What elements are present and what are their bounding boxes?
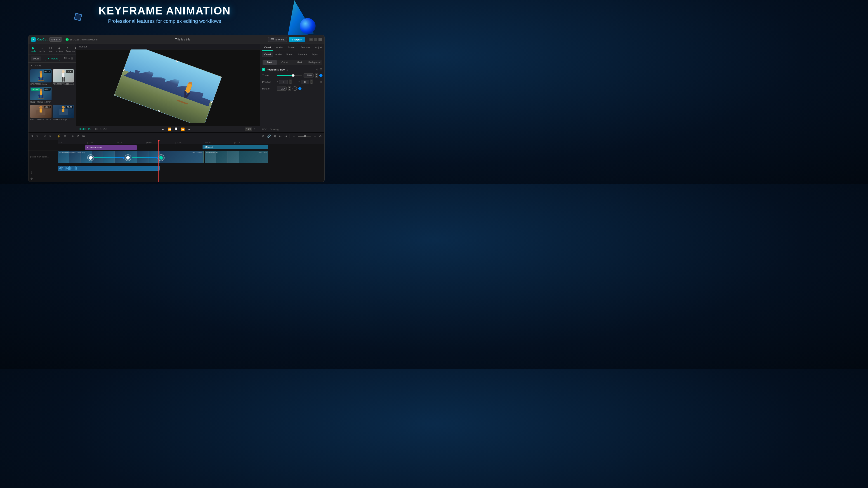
step-forward-button[interactable]: ⏩ [181, 127, 185, 131]
sub-tab-adjust[interactable]: Adjust [310, 52, 320, 57]
menu-button[interactable]: Menu ▾ [49, 37, 62, 41]
section-expand-icon: ▲ [286, 68, 288, 71]
redo-button[interactable]: ↪ [49, 134, 52, 138]
position-y-input[interactable]: 0 [301, 80, 309, 84]
split-tool[interactable]: ⚡ [57, 134, 61, 138]
tab-visual[interactable]: Visual [262, 45, 273, 51]
sub-tab-animate[interactable]: Animate [296, 52, 309, 57]
media-thumbnail-5[interactable]: 00:32 [30, 105, 52, 118]
keyframe-arrow-1 [94, 158, 123, 158]
fit-tool[interactable]: ⊙ [319, 134, 322, 138]
sidebar-item-audio[interactable]: ♪ Audio [38, 45, 46, 54]
seg-btn-basic[interactable]: Basic [263, 60, 277, 65]
local-tab[interactable]: Local [31, 57, 41, 61]
rotate-reset-icon[interactable] [292, 86, 297, 91]
reset-button[interactable]: ↺ [316, 68, 318, 71]
position-reset[interactable] [319, 80, 322, 84]
tab-audio[interactable]: Audio [274, 45, 284, 51]
skip-to-start-button[interactable]: ⏮ [162, 127, 165, 131]
zoom-step-up[interactable]: ▲ [315, 73, 318, 75]
sub-tab-visual[interactable]: Visual [262, 52, 273, 57]
link-clips-tool[interactable]: 🔗 [267, 134, 271, 138]
seg-btn-cutout[interactable]: Cutout [278, 60, 292, 65]
section-checkbox[interactable]: ✓ [262, 68, 266, 71]
sidebar-item-stickers[interactable]: ◈ Stickers [55, 45, 63, 54]
keyframe-marker-1[interactable] [87, 154, 94, 161]
add-track-icon[interactable]: ⊕ [30, 177, 33, 180]
media-item-2: 00:32 RE127838721412.mp4 [53, 69, 74, 86]
keyframe-marker-2[interactable] [125, 154, 131, 161]
maximize-button[interactable]: □ [314, 38, 317, 41]
skip-to-end-button[interactable]: ⏭ [187, 127, 191, 131]
x-step-down[interactable]: ▼ [289, 82, 292, 84]
select-dropdown[interactable]: ▾ [36, 134, 38, 138]
seg-btn-background[interactable]: Background [307, 60, 321, 65]
sidebar-item-text[interactable]: TT Text [46, 45, 55, 54]
y-step-down[interactable]: ▼ [310, 82, 313, 84]
zoom-in-tool[interactable]: ＋ [313, 134, 317, 139]
zoom-out-tool[interactable]: － [292, 134, 296, 139]
unlink-clips-tool[interactable]: ⛓ [273, 134, 277, 138]
transform-handle-bl[interactable] [114, 94, 116, 97]
delete-tool[interactable]: 🗑 [63, 134, 67, 138]
audio-bar[interactable]: azy [58, 166, 160, 171]
reset-diamond[interactable] [319, 68, 322, 71]
zoom-slider-fill [277, 75, 293, 76]
step-back-button[interactable]: ⏪ [167, 127, 171, 131]
connect-tool[interactable]: ⇥ [284, 134, 287, 138]
media-thumbnail-6[interactable]: 00:32 [53, 105, 74, 118]
keyboard-icon: ⌨ [271, 38, 274, 41]
position-row: Position X 0 ▲ ▼ Y 0 [262, 79, 322, 84]
mic-icon[interactable]: 🎙 [30, 171, 33, 174]
fullscreen-button[interactable]: ⛶ [254, 128, 257, 131]
rotate-value[interactable]: 20° [277, 87, 287, 91]
position-x-input[interactable]: 0 [279, 80, 288, 84]
playhead[interactable] [158, 140, 159, 182]
rotate-step-down[interactable]: ▼ [288, 89, 291, 91]
list-view-icon[interactable]: ≡ [68, 57, 70, 60]
sub-tab-audio[interactable]: Audio [274, 52, 283, 57]
media-thumbnail-3[interactable]: 00:32 Added [30, 87, 52, 100]
minimize-button[interactable]: — [309, 38, 313, 41]
grid-view-icon[interactable]: ⊞ [71, 57, 73, 60]
zoom-thumb-tl[interactable] [304, 135, 306, 137]
rotate-keyframe[interactable] [298, 87, 302, 90]
select-tool[interactable]: ↖ [31, 134, 34, 138]
media-thumbnail-1[interactable]: 00:32 [30, 69, 52, 83]
camera-shake-bar[interactable]: ⊕ Camera Shake [85, 145, 137, 150]
flip-tool[interactable]: ⇆ [82, 134, 85, 138]
zoom-slider[interactable] [277, 75, 302, 76]
shortcut-button[interactable]: ⌨ Shortcut [268, 37, 287, 42]
zoom-slider-thumb[interactable] [292, 74, 294, 77]
undo-button[interactable]: ↩ [43, 134, 46, 138]
sub-tab-speed[interactable]: Speed [284, 52, 295, 57]
tab-adjust[interactable]: Adjust [313, 45, 324, 51]
ruler-tick-4: |00:08 [176, 141, 181, 144]
rotate-tool[interactable]: ↺ [76, 134, 80, 138]
sidebar-item-media[interactable]: ▶ Media [29, 45, 37, 54]
zoom-step-down[interactable]: ▼ [315, 75, 318, 78]
tab-speed[interactable]: Speed [286, 45, 297, 51]
robust-bar[interactable]: ⊕ Robust [203, 145, 268, 149]
zoom-keyframe[interactable] [319, 73, 323, 77]
export-button[interactable]: ↑ Export [289, 37, 305, 42]
transform-handle-bm[interactable] [157, 110, 160, 113]
media-thumbnail-2[interactable]: 00:32 [53, 69, 74, 83]
crop-tool[interactable]: ✂ [71, 134, 75, 138]
tab-animate[interactable]: Animate [299, 45, 311, 51]
import-button[interactable]: ＋ Import [45, 56, 60, 61]
sidebar-item-effects[interactable]: ✦ Effects [64, 45, 72, 54]
mic-tool[interactable]: 🎙 [261, 134, 265, 138]
x-step-up[interactable]: ▲ [289, 79, 292, 82]
seg-btn-mask[interactable]: Mask [293, 60, 307, 65]
zoom-slider-tl[interactable] [298, 136, 311, 137]
media-item-3: 00:32 Added RE127838721412.mp4 [30, 87, 52, 103]
close-button[interactable]: ✕ [318, 38, 322, 41]
zoom-value[interactable]: 65% [304, 73, 313, 77]
play-pause-button[interactable]: ⏸ [174, 127, 178, 131]
library-item[interactable]: ▶ Library [29, 63, 76, 68]
detach-tool[interactable]: ⇤ [279, 134, 282, 138]
rotate-step-up[interactable]: ▲ [288, 86, 291, 88]
y-step-up[interactable]: ▲ [310, 79, 313, 82]
right-video-clip[interactable]: r-6008893.jpg 00:00:05:00 [205, 151, 268, 163]
